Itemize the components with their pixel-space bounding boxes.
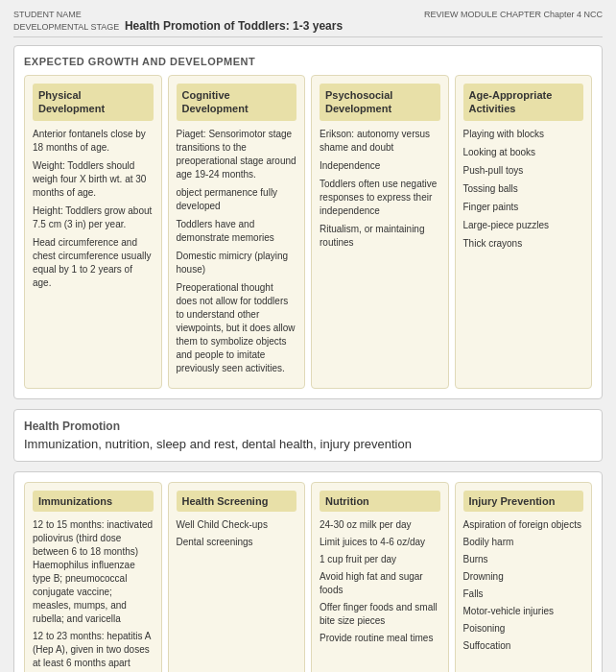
- nutrition-item-6: Provide routine meal times: [320, 632, 440, 645]
- nutrition-header: Nutrition: [320, 491, 440, 512]
- nutrition-item-1: 24-30 oz milk per day: [320, 518, 440, 532]
- psychosocial-item-1: Erikson: autonomy versus shame and doubt: [320, 128, 440, 155]
- student-name-label: STUDENT NAME: [13, 10, 82, 19]
- psychosocial-item-4: Ritualism, or maintaining routines: [320, 223, 440, 250]
- injury-item-3: Burns: [463, 553, 584, 566]
- nutrition-item-5: Offer finger foods and small bite size p…: [320, 601, 440, 628]
- cognitive-item-2: object permanence fully developed: [177, 186, 297, 213]
- age-appropriate-activities-header: Age-Appropriate Activities: [463, 84, 584, 121]
- expected-growth-title: EXPECTED GROWTH AND DEVELOPMENT: [24, 56, 592, 67]
- health-screening-content: Well Child Check-ups Dental screenings: [177, 518, 297, 549]
- health-promotion-section: Health Promotion Immunization, nutrition…: [13, 409, 603, 462]
- cognitive-item-4: Domestic mimicry (playing house): [177, 250, 297, 276]
- expected-growth-section: EXPECTED GROWTH AND DEVELOPMENT Physical…: [13, 45, 603, 399]
- injury-prevention-content: Aspiration of foreign objects Bodily har…: [463, 518, 584, 653]
- injury-item-1: Aspiration of foreign objects: [463, 518, 584, 532]
- health-screening-card: Health Screening Well Child Check-ups De…: [168, 482, 306, 672]
- injury-item-5: Falls: [463, 588, 584, 601]
- bottom-section: Immunizations 12 to 15 months: inactivat…: [13, 471, 603, 672]
- immunizations-header: Immunizations: [33, 491, 154, 512]
- immunizations-card: Immunizations 12 to 15 months: inactivat…: [24, 482, 162, 672]
- screening-item-2: Dental screenings: [177, 536, 297, 549]
- dev-stage-row: DEVELOPMENTAL STAGE Health Promotion of …: [13, 19, 343, 33]
- psychosocial-item-2: Independence: [320, 159, 440, 173]
- nutrition-content: 24-30 oz milk per day Limit juices to 4-…: [320, 518, 440, 645]
- nutrition-item-3: 1 cup fruit per day: [320, 553, 440, 566]
- physical-item-4: Head circumference and chest circumferen…: [33, 236, 154, 290]
- activity-item-4: Tossing balls: [463, 182, 584, 196]
- psychosocial-development-card: Psychosocial Development Erikson: autono…: [311, 75, 449, 389]
- page: STUDENT NAME REVIEW MODULE CHAPTER Chapt…: [0, 0, 616, 672]
- cognitive-development-content: Piaget: Sensorimotor stage transitions t…: [177, 128, 297, 375]
- cognitive-item-1: Piaget: Sensorimotor stage transitions t…: [177, 128, 297, 181]
- injury-prevention-card: Injury Prevention Aspiration of foreign …: [455, 482, 593, 672]
- review-module-label: REVIEW MODULE CHAPTER Chapter 4 NCC: [424, 10, 603, 19]
- immunization-item-2: 12 to 23 months: hepatitis A (Hep A), gi…: [33, 630, 154, 670]
- dev-stage-label: DEVELOPMENTAL STAGE: [13, 22, 119, 32]
- age-appropriate-activities-card: Age-Appropriate Activities Playing with …: [455, 75, 593, 389]
- activity-item-6: Large-piece puzzles: [463, 219, 584, 232]
- age-appropriate-activities-content: Playing with blocks Looking at books Pus…: [463, 128, 584, 251]
- bottom-columns-grid: Immunizations 12 to 15 months: inactivat…: [24, 482, 592, 672]
- page-header: STUDENT NAME REVIEW MODULE CHAPTER Chapt…: [13, 10, 603, 37]
- cognitive-development-card: Cognitive Development Piaget: Sensorimot…: [168, 75, 306, 389]
- immunizations-content: 12 to 15 months: inactivated poliovirus …: [33, 518, 154, 672]
- injury-item-4: Drowning: [463, 570, 584, 584]
- activity-item-5: Finger paints: [463, 201, 584, 214]
- health-promotion-subtitle: Immunization, nutrition, sleep and rest,…: [24, 437, 592, 451]
- physical-development-content: Anterior fontanels close by 18 months of…: [33, 128, 154, 290]
- immunization-item-1: 12 to 15 months: inactivated poliovirus …: [33, 518, 154, 626]
- cognitive-development-header: Cognitive Development: [177, 84, 297, 121]
- activity-item-7: Thick crayons: [463, 237, 584, 251]
- growth-columns-grid: Physical Development Anterior fontanels …: [24, 75, 592, 389]
- psychosocial-item-3: Toddlers often use negative responses to…: [320, 178, 440, 218]
- physical-development-card: Physical Development Anterior fontanels …: [24, 75, 162, 389]
- psychosocial-development-content: Erikson: autonomy versus shame and doubt…: [320, 128, 440, 250]
- nutrition-item-4: Avoid high fat and sugar foods: [320, 570, 440, 597]
- physical-item-2: Weight: Toddlers should weigh four X bir…: [33, 159, 154, 200]
- physical-item-1: Anterior fontanels close by 18 months of…: [33, 128, 154, 155]
- cognitive-item-3: Toddlers have and demonstrate memories: [177, 218, 297, 245]
- physical-item-3: Height: Toddlers grow about 7.5 cm (3 in…: [33, 204, 154, 231]
- injury-prevention-header: Injury Prevention: [463, 491, 584, 512]
- injury-item-2: Bodily harm: [463, 536, 584, 549]
- injury-item-8: Suffocation: [463, 639, 584, 653]
- cognitive-item-5: Preoperational thought does not allow fo…: [177, 281, 297, 375]
- activity-item-2: Looking at books: [463, 146, 584, 159]
- physical-development-header: Physical Development: [33, 84, 154, 121]
- injury-item-7: Poisoning: [463, 622, 584, 636]
- nutrition-card: Nutrition 24-30 oz milk per day Limit ju…: [311, 482, 449, 672]
- activity-item-3: Push-pull toys: [463, 164, 584, 178]
- health-promotion-title: Health Promotion: [24, 420, 592, 433]
- screening-item-1: Well Child Check-ups: [177, 518, 297, 532]
- nutrition-item-2: Limit juices to 4-6 oz/day: [320, 536, 440, 549]
- injury-item-6: Motor-vehicle injuries: [463, 605, 584, 618]
- activity-item-1: Playing with blocks: [463, 128, 584, 141]
- psychosocial-development-header: Psychosocial Development: [320, 84, 440, 121]
- health-screening-header: Health Screening: [177, 491, 297, 512]
- dev-stage-value: Health Promotion of Toddlers: 1-3 years: [125, 19, 343, 33]
